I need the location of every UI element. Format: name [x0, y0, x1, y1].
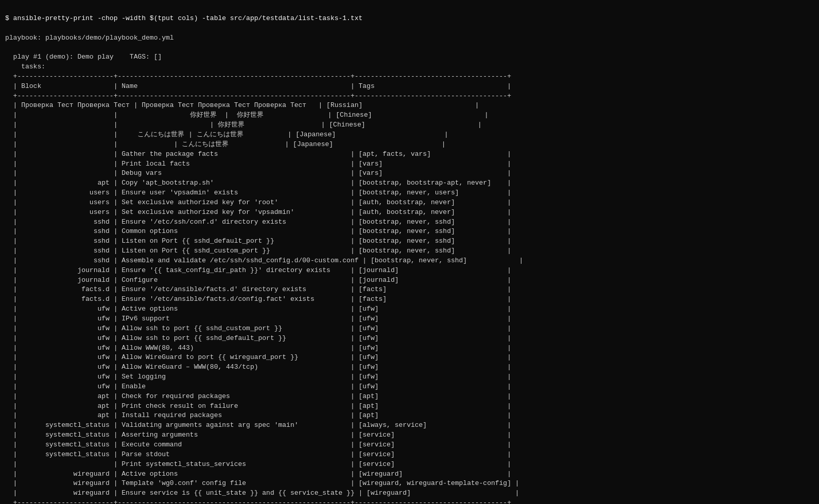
terminal-output: $ ansible-pretty-print -chop -width $(tp… [5, 4, 814, 72]
playbook-line: playbook: playbooks/demo/playbook_demo.y… [5, 34, 174, 42]
tasks-label: tasks: [5, 63, 45, 70]
command-line: $ ansible-pretty-print -chop -width $(tp… [5, 14, 362, 22]
play-line: play #1 (demo): Demo play TAGS: [] [5, 53, 162, 61]
table-container: +------------------------+--------------… [5, 72, 814, 504]
